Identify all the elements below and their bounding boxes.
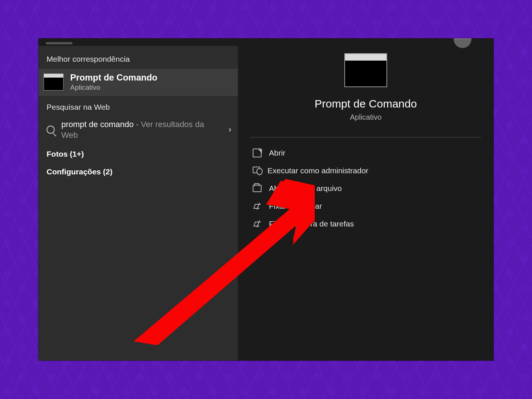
divider [250,137,481,137]
app-subtitle: Aplicativo [350,113,382,122]
category-settings[interactable]: Configurações (2) [38,162,238,180]
action-run-as-admin[interactable]: Executar como administrador [253,162,490,180]
action-open-file-location[interactable]: Abrir local do arquivo [253,180,490,197]
chevron-right-icon[interactable]: › [229,125,231,134]
app-preview: Prompt de Comando Aplicativo [238,53,494,133]
start-search-window: Melhor correspondência Prompt de Comando… [38,38,494,361]
best-match-header: Melhor correspondência [38,51,238,67]
search-icon [47,126,55,134]
pin-icon [253,202,262,211]
action-pin-start[interactable]: Fixar em Iniciar [253,197,490,215]
action-open-label: Abrir [269,149,285,157]
cmd-icon [44,74,64,91]
best-match-item[interactable]: Prompt de Comando Aplicativo [38,69,238,96]
action-location-label: Abrir local do arquivo [269,184,342,193]
action-pin-taskbar-label: Fixar na barra de tarefas [269,219,354,228]
action-list: Abrir Executar como administrador Abrir … [238,144,494,233]
web-query: prompt de comando [61,120,134,129]
best-match-subtitle: Aplicativo [70,83,157,92]
tab-indicator [46,42,72,44]
web-search-header: Pesquisar na Web [38,99,238,115]
results-pane: Melhor correspondência Prompt de Comando… [38,46,238,361]
preview-pane: Prompt de Comando Aplicativo Abrir Execu… [238,38,494,361]
action-pin-taskbar[interactable]: Fixar na barra de tarefas [253,215,490,233]
action-admin-label: Executar como administrador [267,166,368,175]
action-open[interactable]: Abrir [253,144,490,162]
open-icon [253,149,262,157]
folder-icon [253,185,262,192]
app-large-icon [344,53,387,87]
pin-icon [253,219,262,228]
action-pin-start-label: Fixar em Iniciar [269,202,322,211]
web-result-text: prompt de comando - Ver resultados da We… [61,119,222,141]
shield-icon [253,167,260,173]
app-title: Prompt de Comando [315,98,417,110]
web-result-item[interactable]: prompt de comando - Ver resultados da We… [38,115,238,144]
best-match-title: Prompt de Comando [70,72,157,83]
category-photos[interactable]: Fotos (1+) [38,144,238,162]
